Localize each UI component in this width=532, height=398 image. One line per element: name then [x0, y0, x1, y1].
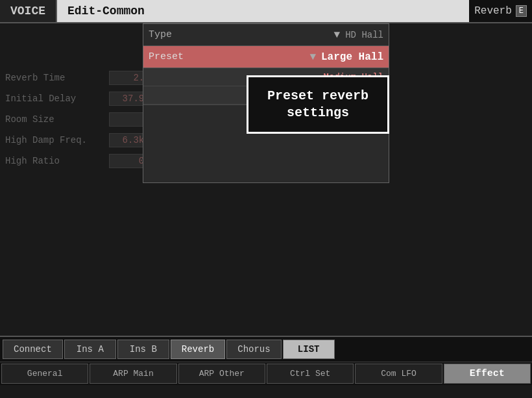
tabs-row2: General ARP Main ARP Other Ctrl Set Com …: [0, 362, 532, 385]
preset-label: Preset: [149, 51, 309, 62]
tab-connect[interactable]: Connect: [3, 340, 63, 359]
tooltip-text: Preset reverb settings: [267, 88, 369, 120]
tab2-ctrl-set[interactable]: Ctrl Set: [267, 364, 354, 384]
header-icon: E: [516, 5, 527, 17]
reverb-header: Reverb E: [469, 3, 532, 19]
tab-reverb[interactable]: Reverb: [171, 340, 225, 359]
preset-arrow: ▼: [309, 51, 316, 63]
tab2-com-lfo[interactable]: Com LFO: [355, 364, 442, 384]
voice-text: VOICE: [10, 5, 45, 18]
tab2-effect[interactable]: Effect: [444, 364, 531, 384]
reverb-label: Reverb: [474, 5, 512, 17]
dropdown-arrow: ▼: [334, 29, 341, 41]
edit-text: Edit-Common: [67, 5, 145, 18]
tab2-arp-other[interactable]: ARP Other: [178, 364, 265, 384]
tab-ins-a[interactable]: Ins A: [64, 340, 116, 359]
preset-row[interactable]: Preset ▼ Large Hall: [143, 46, 389, 68]
tab-list[interactable]: LIST: [283, 340, 335, 359]
tab2-arp-main[interactable]: ARP Main: [90, 364, 176, 384]
tab-ins-b[interactable]: Ins B: [117, 340, 169, 359]
tab2-general[interactable]: General: [1, 364, 88, 384]
type-label: Type: [149, 29, 334, 40]
tabs-row1: Connect Ins A Ins B Reverb Chorus LIST: [0, 336, 532, 362]
tab-chorus[interactable]: Chorus: [226, 340, 281, 359]
edit-common-label: Edit-Common: [57, 0, 469, 22]
type-value: HD Hall: [345, 30, 383, 40]
header: VOICE Edit-Common Reverb E: [0, 0, 532, 23]
main-area: Reverb Time 2.4s EQ Low Frequency Initia…: [0, 23, 532, 336]
tooltip-box: Preset reverb settings: [247, 75, 389, 134]
voice-label: VOICE: [0, 0, 57, 22]
type-row[interactable]: Type ▼ HD Hall: [143, 24, 389, 46]
preset-selected-value: Large Hall: [321, 51, 383, 63]
